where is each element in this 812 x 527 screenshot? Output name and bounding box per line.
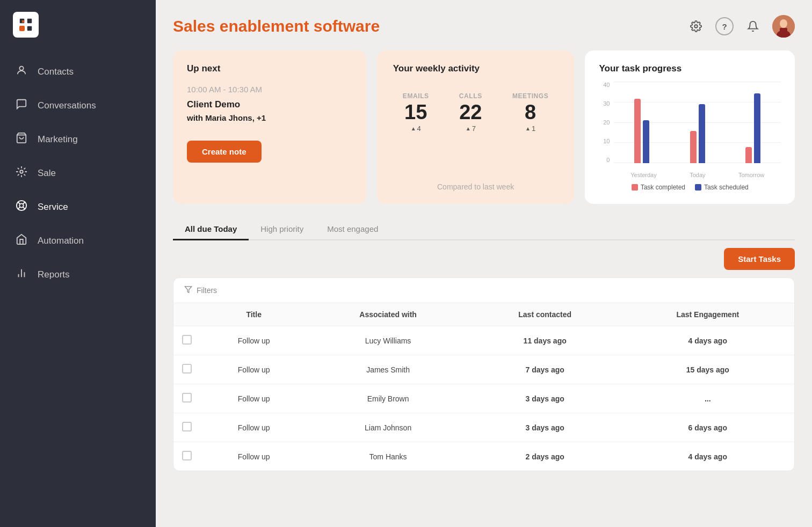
emails-stat: EMAILS 15 4 bbox=[403, 92, 429, 133]
sale-icon bbox=[15, 166, 28, 180]
row-associated-2: Emily Brown bbox=[307, 384, 469, 413]
svg-point-8 bbox=[20, 170, 23, 173]
table-row: Follow up Liam Johnson 3 days ago 6 days… bbox=[173, 413, 794, 442]
sidebar-item-service[interactable]: Service bbox=[0, 190, 156, 224]
row-last-contacted-4: 2 days ago bbox=[469, 442, 621, 471]
svg-point-10 bbox=[19, 203, 23, 207]
page-header: Sales enablement software ? bbox=[173, 15, 795, 38]
col-associated: Associated with bbox=[307, 303, 469, 326]
main-content: Sales enablement software ? bbox=[156, 0, 812, 527]
emails-delta: 4 bbox=[411, 125, 421, 133]
sidebar-item-automation-label: Automation bbox=[38, 236, 84, 246]
svg-line-11 bbox=[18, 202, 20, 204]
start-tasks-button[interactable]: Start Tasks bbox=[724, 248, 795, 270]
tasks-table-card: Filters Title Associated with Last conta… bbox=[173, 277, 795, 471]
bar-today-scheduled bbox=[699, 104, 705, 163]
upnext-attendees: with Maria Jhons, +1 bbox=[187, 113, 352, 122]
task-progress-card: Your task progress 0 10 20 30 40 bbox=[585, 50, 795, 204]
row-checkbox-cell bbox=[173, 442, 200, 471]
legend-dot-scheduled bbox=[695, 184, 701, 191]
row-last-engagement-2: ... bbox=[621, 384, 794, 413]
sidebar-item-automation[interactable]: Automation bbox=[0, 224, 156, 258]
bar-group-yesterday bbox=[634, 99, 649, 163]
row-last-engagement-1: 15 days ago bbox=[621, 355, 794, 384]
settings-button[interactable] bbox=[686, 17, 706, 36]
sidebar-item-contacts[interactable]: Contacts bbox=[0, 55, 156, 89]
help-button[interactable]: ? bbox=[715, 17, 734, 35]
table-filters-bar: Filters bbox=[173, 278, 794, 303]
row-checkbox-1[interactable] bbox=[182, 364, 192, 374]
weekly-activity-card: Your weekly activity EMAILS 15 4 CALLS 2… bbox=[377, 50, 575, 204]
tasks-table: Title Associated with Last contacted Las… bbox=[173, 303, 794, 471]
upnext-attendees-name: Maria Jhons, +1 bbox=[205, 113, 266, 122]
marketing-icon bbox=[15, 132, 28, 147]
y-axis-30: 30 bbox=[599, 100, 610, 107]
sidebar-item-sale[interactable]: Sale bbox=[0, 156, 156, 190]
row-checkbox-3[interactable] bbox=[182, 422, 192, 431]
sidebar-item-conversations-label: Conversations bbox=[38, 100, 96, 111]
col-last-contacted: Last contacted bbox=[469, 303, 621, 326]
row-last-contacted-1: 7 days ago bbox=[469, 355, 621, 384]
table-row: Follow up Tom Hanks 2 days ago 4 days ag… bbox=[173, 442, 794, 471]
row-title-1: Follow up bbox=[200, 355, 307, 384]
chart-area: 0 10 20 30 40 bbox=[599, 82, 781, 191]
svg-rect-3 bbox=[27, 26, 32, 31]
row-title-2: Follow up bbox=[200, 384, 307, 413]
create-note-button[interactable]: Create note bbox=[187, 141, 262, 163]
sidebar-item-conversations[interactable]: Conversations bbox=[0, 89, 156, 122]
meetings-label: MEETINGS bbox=[512, 92, 548, 100]
row-checkbox-cell bbox=[173, 355, 200, 384]
table-row: Follow up Emily Brown 3 days ago ... bbox=[173, 384, 794, 413]
activity-title: Your weekly activity bbox=[393, 63, 559, 74]
bar-tomorrow-completed bbox=[745, 147, 752, 163]
header-actions: ? bbox=[686, 15, 795, 38]
progress-title: Your task progress bbox=[599, 63, 781, 74]
row-checkbox-2[interactable] bbox=[182, 393, 192, 402]
chart-legend: Task completed Task scheduled bbox=[599, 184, 781, 191]
col-checkbox bbox=[173, 303, 200, 326]
tasks-tbody: Follow up Lucy Williams 11 days ago 4 da… bbox=[173, 326, 794, 471]
upnext-time: 10:00 AM - 10:30 AM bbox=[187, 85, 352, 94]
notifications-button[interactable] bbox=[743, 17, 763, 36]
tab-most-engaged[interactable]: Most engaged bbox=[315, 219, 390, 240]
sidebar-item-sale-label: Sale bbox=[38, 168, 56, 179]
svg-rect-1 bbox=[27, 18, 32, 24]
calls-value: 22 bbox=[459, 102, 482, 122]
col-title: Title bbox=[200, 303, 307, 326]
row-checkbox-4[interactable] bbox=[182, 451, 192, 460]
y-axis-0: 0 bbox=[599, 157, 610, 163]
svg-rect-2 bbox=[19, 26, 25, 31]
sidebar-item-contacts-label: Contacts bbox=[38, 67, 74, 77]
row-last-contacted-2: 3 days ago bbox=[469, 384, 621, 413]
emails-value: 15 bbox=[404, 102, 427, 122]
bar-group-tomorrow bbox=[745, 93, 760, 163]
service-icon bbox=[15, 200, 28, 214]
sidebar-item-reports[interactable]: Reports bbox=[0, 258, 156, 291]
tab-all-due-today[interactable]: All due Today bbox=[173, 219, 249, 240]
automation-icon bbox=[15, 233, 28, 248]
row-checkbox-cell bbox=[173, 326, 200, 355]
sidebar-nav: Contacts Conversations Marketing bbox=[0, 49, 156, 297]
user-avatar[interactable] bbox=[772, 15, 795, 38]
start-tasks-row: Start Tasks bbox=[173, 248, 795, 270]
tab-high-priority[interactable]: High priority bbox=[249, 219, 315, 240]
upnext-with-label: with bbox=[187, 113, 205, 122]
filter-icon bbox=[184, 286, 192, 295]
row-associated-0: Lucy Williams bbox=[307, 326, 469, 355]
sidebar-item-marketing[interactable]: Marketing bbox=[0, 122, 156, 156]
x-label-today: Today bbox=[690, 172, 705, 178]
y-axis-10: 10 bbox=[599, 138, 610, 144]
svg-point-6 bbox=[19, 67, 23, 70]
legend-completed-label: Task completed bbox=[641, 184, 685, 191]
row-title-0: Follow up bbox=[200, 326, 307, 355]
cards-row: Up next 10:00 AM - 10:30 AM Client Demo … bbox=[173, 50, 795, 204]
row-checkbox-0[interactable] bbox=[182, 335, 192, 345]
calls-label: CALLS bbox=[459, 92, 482, 100]
upnext-meeting: Client Demo bbox=[187, 99, 352, 110]
sidebar-item-reports-label: Reports bbox=[38, 269, 70, 280]
row-title-3: Follow up bbox=[200, 413, 307, 442]
sidebar-item-marketing-label: Marketing bbox=[38, 134, 78, 145]
sidebar: Contacts Conversations Marketing bbox=[0, 0, 156, 527]
svg-line-14 bbox=[18, 207, 20, 209]
upnext-card: Up next 10:00 AM - 10:30 AM Client Demo … bbox=[173, 50, 366, 204]
